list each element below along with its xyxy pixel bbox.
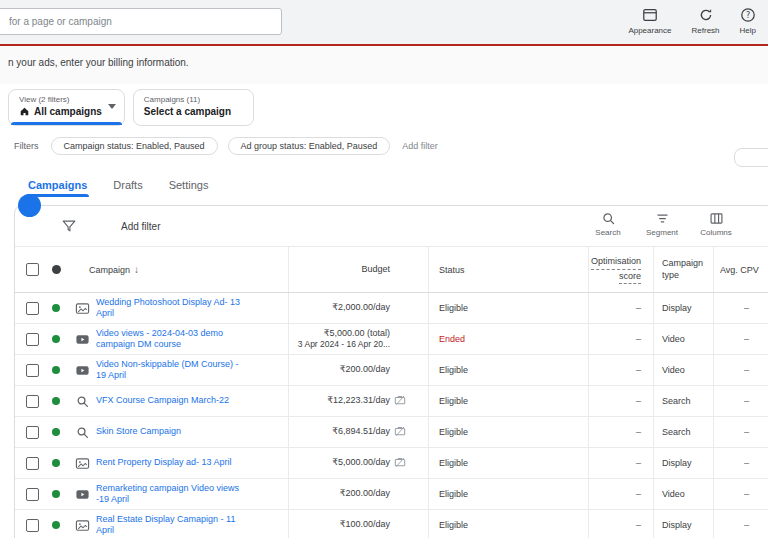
search-input[interactable]	[0, 8, 282, 35]
table-row[interactable]: Video Non-skippable (DM Course) - 19 Apr…	[15, 355, 768, 386]
row-checkbox[interactable]	[26, 426, 39, 439]
optimisation-score-column-header[interactable]: Optimisation score	[588, 247, 653, 292]
shared-budget-icon	[394, 425, 406, 437]
campaign-status-filter-chip[interactable]: Campaign status: Enabled, Paused	[51, 137, 218, 155]
campaign-type-value: Search	[662, 396, 691, 406]
segment-icon	[655, 211, 670, 226]
campaign-type-column-header[interactable]: Campaign type	[653, 247, 713, 292]
campaign-link[interactable]: Real Estate Display Camapign - 11 April	[96, 514, 246, 537]
budget-value: ₹100.00/day	[340, 519, 390, 529]
campaign-type-value: Video	[662, 489, 685, 499]
row-checkbox[interactable]	[26, 302, 39, 315]
campaign-link[interactable]: VFX Course Campaign March-22	[96, 395, 229, 406]
chevron-down-icon	[108, 104, 116, 109]
campaign-type-header-label: Campaign type	[662, 258, 707, 281]
campaign-type-value: Display	[662, 458, 692, 468]
cutoff-panel-fragment	[734, 148, 768, 167]
help-button[interactable]: ? Help	[740, 7, 756, 35]
appearance-button[interactable]: Appearance	[628, 7, 671, 35]
add-filter-link[interactable]: Add filter	[402, 141, 438, 151]
optimisation-score-value: –	[636, 458, 641, 468]
table-row[interactable]: Video views - 2024-04-03 demo campaign D…	[15, 324, 768, 355]
table-row[interactable]: Remarketing campaign Video views -19 Apr…	[15, 479, 768, 510]
help-icon: ?	[740, 7, 756, 23]
budget-column-header[interactable]: Budget	[288, 247, 428, 292]
row-checkbox[interactable]	[26, 364, 39, 377]
campaign-type-value: Display	[662, 520, 692, 530]
campaign-header-label: Campaign	[89, 265, 130, 275]
avg-cpv-column-header[interactable]: Avg. CPV	[713, 247, 768, 292]
segment-label: Segment	[646, 228, 678, 237]
campaign-link[interactable]: Video views - 2024-04-03 demo campaign D…	[96, 328, 246, 351]
display-campaign-icon	[75, 301, 90, 316]
table-row[interactable]: Skin Store Campaign ₹6,894.51/day Eligib…	[15, 417, 768, 448]
guide-fab-button[interactable]	[18, 194, 41, 217]
scope-bar: View (2 filters) All campaigns Campaigns…	[8, 89, 254, 126]
status-value: Ended	[439, 334, 465, 344]
campaign-link[interactable]: Video Non-skippable (DM Course) - 19 Apr…	[96, 359, 246, 382]
search-icon	[601, 211, 616, 226]
columns-label: Columns	[700, 228, 732, 237]
row-checkbox[interactable]	[26, 333, 39, 346]
status-value: Eligible	[439, 489, 468, 499]
row-checkbox[interactable]	[26, 488, 39, 501]
search-button[interactable]: Search	[585, 211, 631, 237]
campaign-dropdown-caption: Campaigns (11)	[144, 95, 231, 104]
table-row[interactable]: VFX Course Campaign March-22 ₹12,223.31/…	[15, 386, 768, 417]
tab-drafts[interactable]: Drafts	[113, 179, 142, 197]
refresh-label: Refresh	[692, 26, 720, 35]
view-dropdown-caption: View (2 filters)	[19, 95, 102, 104]
budget-value: ₹5,000.00 (total)	[324, 328, 390, 338]
campaigns-table-card: Add filter Search Segment	[14, 205, 768, 538]
shared-budget-icon	[394, 394, 406, 406]
table-row[interactable]: Real Estate Display Camapign - 11 April …	[15, 510, 768, 538]
optimisation-header-line1: Optimisation	[591, 255, 641, 270]
optimisation-score-value: –	[636, 489, 641, 499]
shared-budget-icon	[394, 456, 406, 468]
status-value: Eligible	[439, 303, 468, 313]
segment-button[interactable]: Segment	[639, 211, 685, 237]
video-campaign-icon	[75, 332, 90, 347]
status-dot-column-icon	[52, 265, 61, 274]
billing-notice-strip: n your ads, enter your billing informati…	[0, 46, 768, 84]
search-campaign-icon	[75, 425, 90, 440]
avg-cpv-value: –	[744, 427, 749, 437]
campaign-column-header[interactable]: Campaign ↓	[69, 247, 288, 292]
appearance-icon	[642, 7, 658, 23]
avg-cpv-value: –	[744, 303, 749, 313]
tab-campaigns[interactable]: Campaigns	[28, 179, 87, 197]
status-column-header[interactable]: Status	[428, 247, 588, 292]
budget-value: ₹200.00/day	[340, 364, 390, 374]
campaign-selector-dropdown[interactable]: Campaigns (11) Select a campaign	[133, 89, 254, 126]
refresh-button[interactable]: Refresh	[692, 7, 720, 35]
view-filter-dropdown[interactable]: View (2 filters) All campaigns	[8, 89, 125, 126]
table-add-filter-button[interactable]: Add filter	[121, 221, 160, 232]
table-row[interactable]: Wedding Photoshoot Display Ad- 13 April …	[15, 293, 768, 324]
campaign-link[interactable]: Wedding Photoshoot Display Ad- 13 April	[96, 297, 246, 320]
row-checkbox[interactable]	[26, 395, 39, 408]
campaign-link[interactable]: Rent Property Display ad- 13 April	[96, 457, 232, 468]
topbar-actions: Appearance Refresh ? Help	[628, 7, 756, 35]
avg-cpv-value: –	[744, 334, 749, 344]
campaign-link[interactable]: Skin Store Campaign	[96, 426, 181, 437]
filter-funnel-icon[interactable]	[61, 218, 77, 234]
campaign-link[interactable]: Remarketing campaign Video views -19 Apr…	[96, 483, 246, 506]
select-all-checkbox[interactable]	[26, 263, 39, 276]
row-checkbox[interactable]	[26, 457, 39, 470]
optimisation-score-value: –	[636, 303, 641, 313]
ad-group-status-filter-chip[interactable]: Ad group status: Enabled, Paused	[228, 137, 391, 155]
columns-button[interactable]: Columns	[693, 211, 739, 237]
budget-date-range: 3 Apr 2024 - 16 Apr 20...	[298, 339, 390, 350]
tab-settings[interactable]: Settings	[169, 179, 209, 197]
display-campaign-icon	[75, 456, 90, 471]
campaign-type-value: Search	[662, 427, 691, 437]
optimisation-score-value: –	[636, 334, 641, 344]
enabled-status-dot	[52, 304, 60, 312]
topbar: Appearance Refresh ? Help	[0, 0, 768, 44]
row-checkbox[interactable]	[26, 519, 39, 532]
tabs: Campaigns Drafts Settings	[28, 179, 208, 197]
table-row[interactable]: Rent Property Display ad- 13 April ₹5,00…	[15, 448, 768, 479]
help-label: Help	[740, 26, 756, 35]
home-icon	[19, 106, 30, 117]
optimisation-score-value: –	[636, 396, 641, 406]
